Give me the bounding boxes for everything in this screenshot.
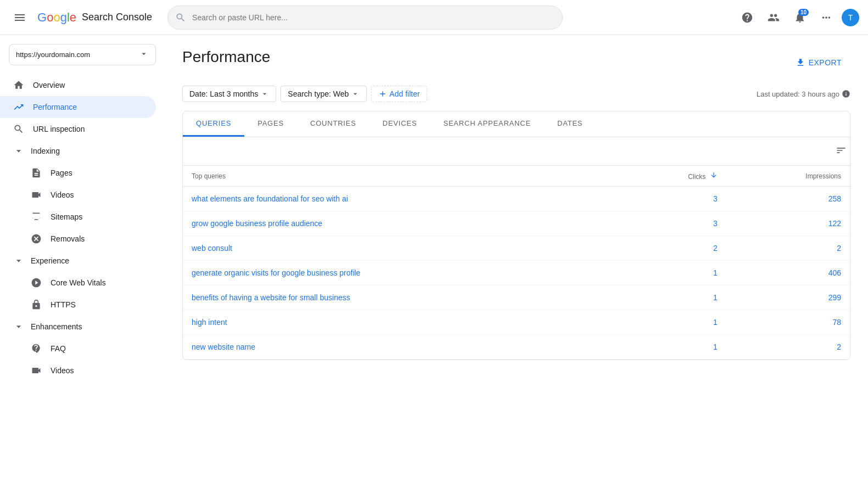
main-layout: https://yourdomain.com Overview Performa…	[0, 35, 868, 488]
clicks-cell: 1	[617, 335, 726, 360]
table-row: web consult 2 2	[183, 236, 850, 261]
clicks-cell: 3	[617, 211, 726, 236]
table-header-row	[183, 137, 850, 166]
sidebar-item-faq[interactable]: FAQ	[0, 338, 156, 360]
sidebar-item-videos[interactable]: Videos	[0, 184, 156, 206]
col-query: Top queries	[183, 166, 617, 187]
query-cell[interactable]: grow google business profile audience	[183, 211, 617, 236]
trending-up-icon	[13, 102, 24, 113]
sidebar-item-videos-enh[interactable]: Videos	[0, 360, 156, 382]
search-icon	[175, 12, 186, 23]
chevron-down-icon-enhancements	[13, 321, 24, 332]
table-filter-icon	[836, 145, 847, 156]
avatar[interactable]: T	[842, 9, 859, 26]
sidebar-item-pages-label: Pages	[51, 169, 72, 177]
export-label: EXPORT	[809, 58, 842, 67]
menu-icon[interactable]	[9, 7, 31, 29]
search-type-filter-label: Search type: Web	[288, 89, 349, 98]
sidebar-item-url-inspection[interactable]: URL inspection	[0, 118, 156, 140]
col-impressions: Impressions	[726, 166, 850, 187]
sidebar-item-https-label: HTTPS	[51, 300, 76, 309]
query-cell[interactable]: generate organic visits for google busin…	[183, 261, 617, 285]
sidebar-item-core-web-vitals[interactable]: Core Web Vitals	[0, 272, 156, 294]
add-filter-button[interactable]: Add filter	[371, 86, 427, 102]
sidebar-section-enhancements[interactable]: Enhancements	[0, 316, 165, 338]
sidebar-item-sitemaps[interactable]: Sitemaps	[0, 206, 156, 228]
enhancements-children: FAQ Videos	[0, 338, 165, 382]
sitemap-icon	[31, 211, 42, 222]
apps-button[interactable]	[815, 7, 837, 29]
table-filter-button[interactable]	[832, 142, 850, 161]
download-icon	[796, 58, 805, 68]
tab-countries[interactable]: COUNTRIES	[297, 111, 369, 137]
video-icon-enh	[31, 365, 42, 376]
chevron-down-icon	[139, 49, 149, 60]
search-bar-container	[167, 5, 563, 30]
property-selector[interactable]: https://yourdomain.com	[9, 44, 156, 65]
sidebar-section-indexing[interactable]: Indexing	[0, 140, 165, 162]
content-area: Performance EXPORT Date: Last 3 months S…	[165, 35, 868, 488]
table-row: new website name 1 2	[183, 335, 850, 360]
sidebar-item-pages[interactable]: Pages	[0, 162, 156, 184]
sidebar-item-https[interactable]: HTTPS	[0, 294, 156, 316]
col-clicks[interactable]: Clicks	[617, 166, 726, 187]
chevron-down-icon-experience	[13, 255, 24, 266]
tab-devices[interactable]: DEVICES	[369, 111, 430, 137]
sidebar-item-core-web-vitals-label: Core Web Vitals	[51, 278, 106, 287]
sidebar-item-performance-label: Performance	[33, 103, 77, 111]
notification-badge: 10	[798, 9, 809, 16]
sidebar-item-performance[interactable]: Performance	[0, 96, 156, 118]
tab-search-appearance[interactable]: SEARCH APPEARANCE	[430, 111, 544, 137]
sidebar-section-enhancements-label: Enhancements	[31, 322, 82, 331]
tabs-and-table: QUERIES PAGES COUNTRIES DEVICES SEARCH A…	[182, 111, 850, 360]
add-filter-label: Add filter	[389, 89, 419, 98]
search-input[interactable]	[167, 5, 563, 30]
account-manager-button[interactable]	[763, 7, 785, 29]
impressions-cell: 258	[726, 187, 850, 211]
chevron-down-icon-indexing	[13, 145, 24, 156]
video-icon-indexing	[31, 189, 42, 200]
tab-pages[interactable]: PAGES	[244, 111, 297, 137]
top-header: Google Search Console 10 T	[0, 0, 868, 35]
tabs-bar: QUERIES PAGES COUNTRIES DEVICES SEARCH A…	[183, 111, 850, 137]
filters-row: Date: Last 3 months Search type: Web Add…	[182, 86, 850, 102]
clicks-cell: 2	[617, 236, 726, 261]
table-body: what elements are foundational for seo w…	[183, 187, 850, 360]
export-button[interactable]: EXPORT	[787, 53, 850, 72]
sidebar-item-removals[interactable]: Removals	[0, 228, 156, 250]
help-button[interactable]	[736, 7, 758, 29]
header-actions: 10 T	[736, 7, 859, 29]
query-cell[interactable]: new website name	[183, 335, 617, 360]
query-cell[interactable]: web consult	[183, 236, 617, 261]
table-row: benefits of having a website for small b…	[183, 285, 850, 310]
impressions-cell: 406	[726, 261, 850, 285]
impressions-cell: 2	[726, 236, 850, 261]
tab-queries[interactable]: QUERIES	[183, 111, 244, 137]
query-cell[interactable]: benefits of having a website for small b…	[183, 285, 617, 310]
sidebar-item-overview[interactable]: Overview	[0, 74, 156, 96]
indexing-children: Pages Videos Sitemaps Removals	[0, 162, 165, 250]
sidebar: https://yourdomain.com Overview Performa…	[0, 35, 165, 488]
search-type-filter-chip[interactable]: Search type: Web	[281, 86, 367, 102]
logo-link[interactable]: Google Search Console	[37, 10, 152, 25]
clicks-cell: 1	[617, 310, 726, 335]
impressions-cell: 122	[726, 211, 850, 236]
sort-icon-clicks	[710, 171, 718, 179]
sidebar-section-experience[interactable]: Experience	[0, 250, 165, 272]
date-filter-chip[interactable]: Date: Last 3 months	[182, 86, 276, 102]
app-name: Search Console	[82, 12, 152, 23]
tab-dates[interactable]: DATES	[544, 111, 596, 137]
last-updated-text: Last updated: 3 hours ago	[757, 89, 850, 98]
plus-icon	[378, 89, 387, 98]
sidebar-section-indexing-label: Indexing	[31, 147, 60, 155]
google-logo: Google	[37, 10, 76, 25]
home-icon	[13, 80, 24, 91]
sidebar-item-videos-enh-label: Videos	[51, 366, 74, 375]
sidebar-item-url-inspection-label: URL inspection	[33, 125, 85, 133]
notifications-button[interactable]: 10	[789, 7, 811, 29]
query-cell[interactable]: what elements are foundational for seo w…	[183, 187, 617, 211]
query-cell[interactable]: high intent	[183, 310, 617, 335]
table-row: high intent 1 78	[183, 310, 850, 335]
experience-children: Core Web Vitals HTTPS	[0, 272, 165, 316]
clicks-cell: 1	[617, 285, 726, 310]
